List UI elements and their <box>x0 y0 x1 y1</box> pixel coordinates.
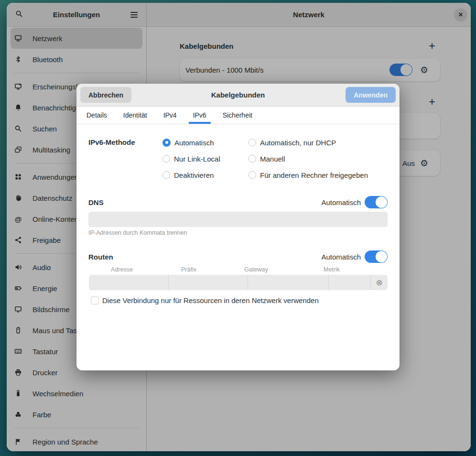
routes-auto-label: Automatisch <box>321 253 361 261</box>
radio-automatisch[interactable]: Automatisch <box>162 134 249 151</box>
route-gateway-input[interactable] <box>248 275 329 290</box>
dialog-tabs: Details Identität IPv4 IPv6 Sicherheit <box>76 107 400 124</box>
routes-label: Routen <box>88 253 113 261</box>
ipv6-method-group: IPv6-Methode Automatisch Automatisch, nu… <box>88 134 388 183</box>
tab-ipv4[interactable]: IPv4 <box>163 107 177 124</box>
dialog-headerbar: Abbrechen Kabelgebunden Anwenden <box>76 84 400 107</box>
toggle-knob <box>376 196 387 208</box>
routes-column-headers: Adresse Präfix Gateway Metrik <box>88 266 388 273</box>
route-remove-button[interactable]: ⊗ <box>371 275 388 290</box>
cancel-button[interactable]: Abbrechen <box>80 87 131 103</box>
radio-nur-link-local[interactable]: Nur Link-Local <box>162 151 249 167</box>
route-address-input[interactable] <box>89 275 169 290</box>
routes-auto-toggle[interactable] <box>365 250 388 263</box>
ipv6-method-options: Automatisch Automatisch, nur DHCP Nur Li… <box>162 134 388 183</box>
column-header-metrik: Metrik <box>324 266 340 273</box>
column-header-gateway: Gateway <box>244 266 268 273</box>
radio-icon <box>162 155 170 163</box>
toggle-knob <box>376 251 387 262</box>
dns-helper-text: IP-Adressen durch Kommata trennen <box>88 229 388 236</box>
column-header-praefix: Präfix <box>181 266 196 273</box>
route-prefix-input[interactable] <box>169 275 248 290</box>
route-metric-input[interactable] <box>329 275 371 290</box>
ipv6-page: IPv6-Methode Automatisch Automatisch, nu… <box>76 124 400 304</box>
dns-auto-label: Automatisch <box>321 198 361 206</box>
radio-icon <box>162 171 170 179</box>
tab-sicherheit[interactable]: Sicherheit <box>223 107 252 124</box>
route-entry-row: ⊗ <box>89 275 388 290</box>
dns-header: DNS Automatisch <box>88 195 388 209</box>
desktop-wallpaper: Einstellungen Netzwerk Bluetooth Ersc <box>0 0 476 456</box>
tab-identitaet[interactable]: Identität <box>123 107 147 124</box>
radio-icon <box>249 155 256 163</box>
circle-x-icon: ⊗ <box>376 278 382 288</box>
radio-manuell[interactable]: Manuell <box>249 151 388 167</box>
tab-details[interactable]: Details <box>87 107 107 124</box>
radio-deaktivieren[interactable]: Deaktivieren <box>162 167 249 183</box>
column-header-adresse: Adresse <box>111 266 133 273</box>
dns-auto-toggle[interactable] <box>365 196 388 208</box>
radio-selected-icon <box>162 139 171 147</box>
ipv6-method-label: IPv6-Methode <box>88 134 162 183</box>
radio-icon <box>249 171 256 179</box>
routes-table: Adresse Präfix Gateway Metrik ⊗ <box>88 266 388 290</box>
radio-icon <box>249 139 256 146</box>
restrict-connection-option[interactable]: Diese Verbindung nur für Ressourcen in d… <box>91 296 388 304</box>
apply-button[interactable]: Anwenden <box>346 87 396 103</box>
checkbox-icon <box>91 296 99 304</box>
dns-label: DNS <box>88 198 104 206</box>
radio-fuer-anderen-rechner-freigegeben[interactable]: Für anderen Rechner freigegeben <box>249 167 388 183</box>
connection-editor-dialog: Abbrechen Kabelgebunden Anwenden Details… <box>76 84 400 370</box>
routes-header: Routen Automatisch <box>88 250 388 263</box>
dns-input[interactable] <box>88 212 388 227</box>
restrict-connection-label: Diese Verbindung nur für Ressourcen in d… <box>102 296 319 304</box>
tab-ipv6[interactable]: IPv6 <box>193 107 206 124</box>
radio-automatisch-nur-dhcp[interactable]: Automatisch, nur DHCP <box>249 134 388 151</box>
